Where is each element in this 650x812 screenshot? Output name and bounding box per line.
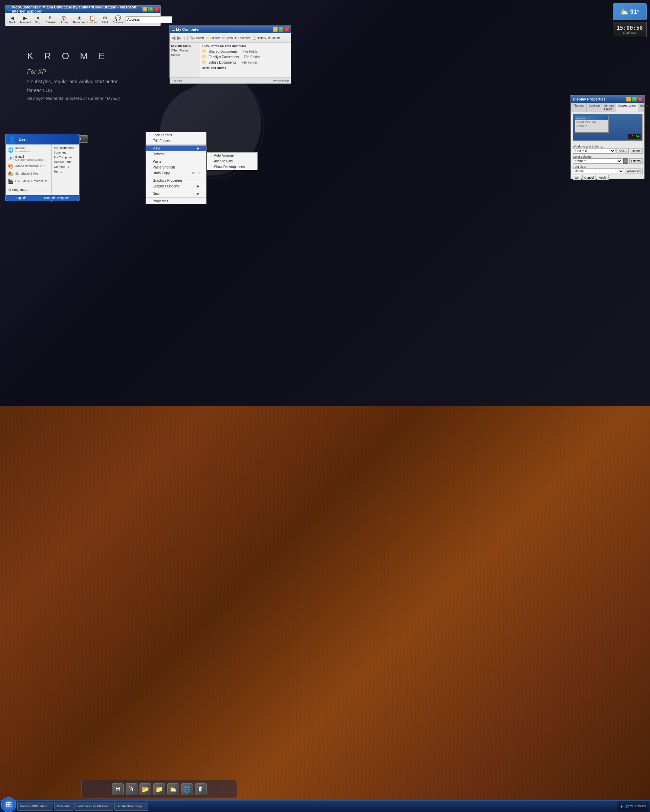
ie-maximize-xp[interactable]: □ — [148, 7, 153, 12]
sm-favorites[interactable]: Favorites — [52, 150, 79, 155]
ie-minimize-xp[interactable]: ─ — [142, 7, 147, 12]
mail-button-xp[interactable]: ✉Mail — [100, 15, 110, 24]
dp-effects-btn[interactable]: Effects — [629, 158, 642, 164]
mc-folders-btn[interactable]: 📁 Folders — [206, 36, 221, 40]
folder-shared: 📁 Shared Documents File Folder — [202, 49, 289, 54]
sm-connect-to[interactable]: Connect To — [52, 165, 79, 169]
ctx-divider-5 — [146, 197, 206, 198]
ctx-refresh[interactable]: Refresh — [146, 151, 206, 157]
start-menu-xp: 👤 User 🌐 Internet Mozilla Firefox 📧 E-ma… — [5, 134, 80, 201]
mc-favs-btn[interactable]: ★ Favorites — [234, 36, 251, 40]
log-off-btn[interactable]: Log Off — [16, 196, 26, 200]
sm-item-email[interactable]: 📧 E-mail Microsoft Office Outlook — [6, 154, 52, 162]
address-bar-xp[interactable] — [125, 16, 172, 23]
discuss-button-xp[interactable]: 💬Discuss — [113, 15, 123, 24]
all-programs-label: All Programs ... — [8, 188, 29, 191]
dp-cancel-btn[interactable]: Cancel — [582, 175, 596, 180]
dp-fontsize-select[interactable]: Normal — [573, 168, 624, 174]
sm-item-photoshop[interactable]: 🎨 Adobe Photoshop CS3 — [6, 162, 52, 170]
mc-sens-btn[interactable]: ⚙ Sens — [222, 36, 232, 40]
ctx-edit-fences[interactable]: Edit Fences... — [146, 138, 206, 144]
dp-maximize[interactable]: □ — [632, 97, 637, 102]
ctx-show-desktop-icons[interactable]: Show Desktop Icons — [207, 164, 257, 170]
dock-icon-vista-6[interactable]: 🌐 — [181, 783, 193, 795]
back-button-xp[interactable]: ◀Back — [7, 15, 17, 24]
favorites-button-xp[interactable]: ★Favorites — [74, 15, 84, 24]
weather-icon: ⛅ — [620, 8, 629, 16]
dock-icon-vista-5[interactable]: ⛅ — [167, 783, 179, 795]
dp-advanced-btn[interactable]: Advanced — [625, 168, 642, 174]
dock-icon-vista-7[interactable]: 🗑 — [195, 783, 207, 795]
mc-system-tasks: System Tasks — [171, 44, 198, 47]
start-button-vista[interactable]: ⊞ — [1, 797, 16, 812]
dock-icon-vista-3[interactable]: 📂 — [139, 783, 151, 795]
ctx-align-grid[interactable]: Align to Grid — [207, 158, 257, 164]
ctx-graphics-options[interactable]: Graphics Options ▶ — [146, 183, 206, 189]
history-button-xp[interactable]: 📋History — [87, 15, 97, 24]
dp-color-select[interactable]: Krome 2 — [573, 158, 622, 164]
ctx-paste-shortcut[interactable]: Paste Shortcut — [146, 165, 206, 170]
sm-my-computer[interactable]: My Computer — [52, 155, 79, 160]
dock-icon-vista-4[interactable]: 📁 — [153, 783, 165, 795]
ctx-paste[interactable]: Paste — [146, 159, 206, 165]
sm-all-programs[interactable]: All Programs ... — [6, 187, 52, 192]
mc-close[interactable]: × — [284, 27, 289, 32]
ctx-new[interactable]: New ▶ — [146, 191, 206, 197]
dock-icon-vista-2[interactable]: 🖱 — [125, 783, 138, 795]
mc-maximize[interactable]: □ — [278, 27, 283, 32]
dp-tab-settings[interactable]: Settings — [638, 103, 650, 111]
tb-wlm[interactable]: Windows Live Messen... — [75, 802, 113, 810]
mc-other-places: Other Places — [171, 49, 198, 52]
mc-back-btn[interactable]: ◀ — [171, 35, 175, 41]
tb-computer-vista[interactable]: Computer — [54, 802, 74, 810]
mc-hist-btn[interactable]: 📋 History — [252, 36, 266, 40]
dp-delete-btn[interactable]: Delete — [630, 148, 642, 154]
dp-tab-desktop[interactable]: Desktop — [587, 103, 602, 111]
mc-delete-btn[interactable]: 🗑 Delete — [268, 36, 281, 40]
ctx-lock-fences[interactable]: Lock Fences — [146, 132, 206, 138]
dp-add-btn[interactable]: Add... — [616, 148, 629, 154]
dp-tab-screensaver[interactable]: Screen Saver — [602, 103, 616, 111]
start-menu-right-xp: My Documents Favorites My Computer Contr… — [52, 145, 79, 202]
tray-network-icon: 🌐 — [625, 804, 629, 808]
dp-tab-appearance[interactable]: Appearance — [616, 103, 638, 111]
dp-windows-btn-select[interactable]: K r o m e — [573, 148, 615, 154]
sm-item-cinema4d[interactable]: 🎬 CINEMA 4D Release 11 — [6, 177, 52, 185]
tb-photoshop-vista[interactable]: Adobe Photoshop ... — [115, 802, 148, 810]
tb-krome-wip[interactable]: Krome - WIP - Form... — [17, 802, 53, 810]
folder-icon-shared: 📁 — [202, 49, 207, 54]
ctx-properties[interactable]: Properties — [146, 198, 206, 204]
ctx-undo-copy[interactable]: Undo Copy Ctrl+Z — [146, 170, 206, 176]
turn-off-btn[interactable]: Turn Off Computer — [44, 196, 69, 200]
mc-up-btn[interactable]: ↑ — [183, 35, 185, 41]
sm-run[interactable]: Run... — [52, 169, 79, 174]
sm-control-panel[interactable]: Control Panel — [52, 160, 79, 165]
dock-icon-vista-1[interactable]: 🖥 — [112, 783, 124, 795]
dp-minimize[interactable]: ─ — [626, 97, 631, 102]
ctx-view[interactable]: View ▶ — [146, 145, 206, 151]
tray-speaker-icon: 🔈 — [620, 804, 624, 808]
clock-date-xp: 6/28/2009 — [623, 31, 636, 35]
forward-button-xp[interactable]: ▶Forward — [20, 15, 30, 24]
mc-sep: | — [187, 36, 188, 40]
dp-tab-themes[interactable]: Themes — [571, 103, 587, 111]
dp-apply-btn[interactable]: Apply — [597, 175, 609, 180]
refresh-button-xp[interactable]: ↻Refresh — [46, 15, 56, 24]
ctx-graphics-props[interactable]: Graphics Properties... — [146, 178, 206, 183]
start-menu-body-xp: 🌐 Internet Mozilla Firefox 📧 E-mail Micr… — [6, 145, 79, 202]
sm-item-skinstudio[interactable]: 🎭 SkinStudio 6 Pro — [6, 170, 52, 177]
sm-my-documents[interactable]: My Documents — [52, 145, 79, 150]
mc-search-btn[interactable]: 🔍 Search — [190, 36, 204, 40]
dp-ok-btn[interactable]: OK — [573, 175, 581, 180]
ie-close-xp[interactable]: × — [154, 7, 159, 12]
dp-close[interactable]: × — [638, 97, 642, 102]
sm-item-internet[interactable]: 🌐 Internet Mozilla Firefox — [6, 145, 52, 154]
mc-forward-btn[interactable]: ▶ — [177, 35, 181, 41]
start-footer-xp: Log Off Turn Off Computer — [6, 195, 79, 201]
ctx-divider-4 — [146, 190, 206, 190]
internet-icon: 🌐 — [8, 147, 14, 153]
home-button-xp[interactable]: 🏠Home — [58, 15, 69, 24]
ctx-auto-arrange[interactable]: Auto Arrange — [207, 153, 257, 158]
mc-minimize[interactable]: ─ — [273, 27, 278, 32]
stop-button-xp[interactable]: ✕Stop — [33, 15, 43, 24]
